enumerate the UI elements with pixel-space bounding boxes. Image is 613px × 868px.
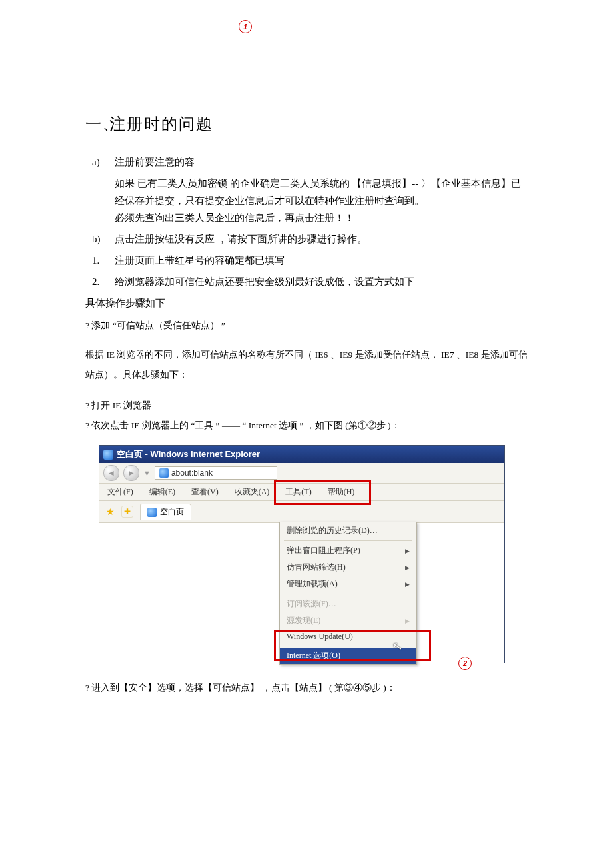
item-1: 1.注册页面上带红星号的容确定都已填写 xyxy=(92,252,528,269)
item-a-body1: 如果 已有三类人员加密锁 的企业确定三类人员系统的 【信息填报】-- 〉【企业基… xyxy=(115,175,528,209)
item-a-title: 注册前要注意的容 xyxy=(115,157,195,167)
item-2-label: 2. xyxy=(92,273,115,290)
add-favorite-icon[interactable]: ✚ xyxy=(121,506,133,518)
heading-num: 一、 xyxy=(85,113,109,135)
item-a-body2: 必须先查询出三类人员企业的信息后，再点击注册！！ xyxy=(115,209,528,226)
bullet-open-ie: ? 打开 IE 浏览器 xyxy=(85,398,528,413)
menu-popup-blocker[interactable]: 弹出窗口阻止程序(P)▶ xyxy=(280,542,416,559)
address-text: about:blank xyxy=(171,468,213,478)
item-1-title: 注册页面上带红星号的容确定都已填写 xyxy=(115,255,285,266)
bullet-security-tab: ? 进入到【安全】选项，选择【可信站点】 ，点击【站点】 ( 第③④⑤步 )： xyxy=(85,681,528,695)
menu-feed-discovery: 源发现(E)▶ xyxy=(280,612,416,629)
spec-text: 具体操作步骤如下 xyxy=(85,294,528,312)
menu-separator xyxy=(284,540,412,541)
menu-phishing-filter[interactable]: 仿冒网站筛选(H)▶ xyxy=(280,559,416,576)
bullet-add-trusted: ? 添加 “可信站点（受信任站点） ” xyxy=(85,318,528,333)
submenu-arrow-icon: ▶ xyxy=(405,564,410,571)
dropdown-icon[interactable]: ▼ xyxy=(143,469,151,477)
menu-file[interactable]: 文件(F) xyxy=(107,486,133,498)
page-icon xyxy=(159,468,169,478)
menu-favorites[interactable]: 收藏夹(A) xyxy=(235,486,270,498)
ie-title-text: 空白页 - Windows Internet Explorer xyxy=(117,448,260,460)
back-button[interactable]: ◄ xyxy=(103,465,119,481)
tab-blank[interactable]: 空白页 xyxy=(140,504,191,520)
submenu-arrow-icon: ▶ xyxy=(405,581,410,588)
menu-help[interactable]: 帮助(H) xyxy=(328,486,355,498)
ie-titlebar: 空白页 - Windows Internet Explorer xyxy=(99,446,504,463)
ie-version-note: 根据 IE 浏览器的不同，添加可信站点的名称有所不同（ IE6 、IE9 是添加… xyxy=(85,345,528,385)
ie-menubar: 文件(F) 编辑(E) 查看(V) 收藏夹(A) 工具(T) 帮助(H) xyxy=(99,484,504,501)
tab-icon xyxy=(147,508,157,517)
menu-subscribe-feed: 订阅该源(F)… xyxy=(280,596,416,612)
ie-icon xyxy=(103,450,113,460)
menu-view[interactable]: 查看(V) xyxy=(191,486,219,498)
ie-screenshot: 空白页 - Windows Internet Explorer ◄ ► ▼ ab… xyxy=(99,445,505,663)
forward-button[interactable]: ► xyxy=(123,465,139,481)
tab-label: 空白页 xyxy=(160,506,184,518)
callout-1: 1 xyxy=(239,20,252,33)
favorites-icon[interactable]: ★ xyxy=(106,506,115,518)
heading-title: 注册时的问题 xyxy=(109,115,213,133)
submenu-arrow-icon: ▶ xyxy=(405,548,410,554)
ie-navbar: ◄ ► ▼ about:blank 1 xyxy=(99,463,504,484)
address-bar[interactable]: about:blank xyxy=(155,466,277,480)
item-a-label: a) xyxy=(92,153,115,171)
callout-2: 2 xyxy=(458,657,472,670)
item-a: a)注册前要注意的容 xyxy=(92,153,528,171)
ie-tabbar: ★ ✚ 空白页 xyxy=(99,501,504,523)
menu-tools[interactable]: 工具(T) xyxy=(285,486,311,498)
item-1-label: 1. xyxy=(92,252,115,269)
menu-delete-history[interactable]: 删除浏览的历史记录(D)… xyxy=(280,522,416,539)
submenu-arrow-icon: ▶ xyxy=(405,618,410,624)
item-2-title: 给浏览器添加可信任站点还要把安全级别最好设成低，设置方式如下 xyxy=(115,276,414,287)
menu-edit[interactable]: 编辑(E) xyxy=(149,486,175,498)
item-b: b)点击注册按钮没有反应 ，请按下面所讲的步骤进行操作。 xyxy=(92,230,528,248)
menu-manage-addons[interactable]: 管理加载项(A)▶ xyxy=(280,576,416,592)
item-b-label: b) xyxy=(92,230,115,248)
item-2: 2.给浏览器添加可信任站点还要把安全级别最好设成低，设置方式如下 xyxy=(92,273,528,290)
bullet-tools-internet-options: ? 依次点击 IE 浏览器上的 “工具 ” —— “ Internet 选项 ”… xyxy=(85,418,528,433)
heading-1: 一、注册时的问题 xyxy=(85,113,528,135)
ie-viewport: 删除浏览的历史记录(D)… 弹出窗口阻止程序(P)▶ 仿冒网站筛选(H)▶ 管理… xyxy=(99,523,504,663)
menu-separator xyxy=(284,594,412,594)
item-b-title: 点击注册按钮没有反应 ，请按下面所讲的步骤进行操作。 xyxy=(115,234,367,244)
